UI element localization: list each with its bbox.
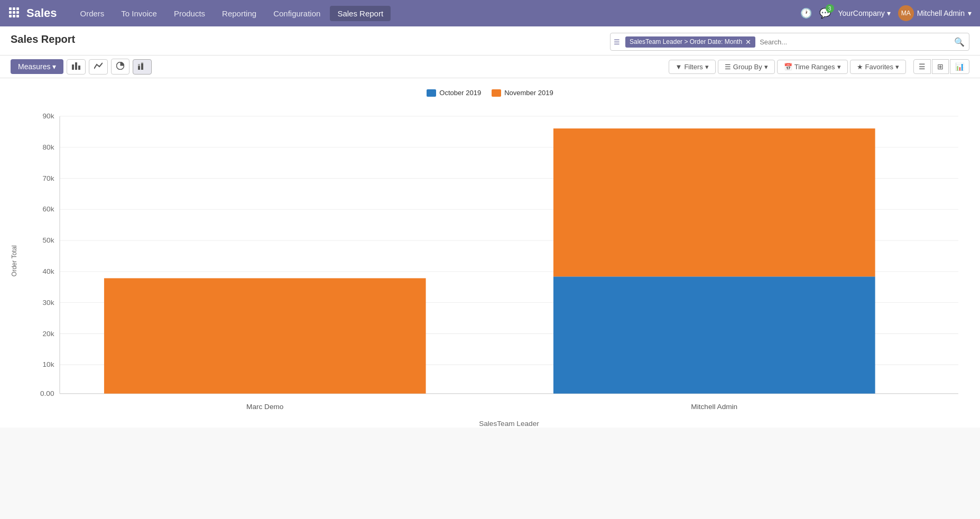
svg-rect-0 bbox=[9, 7, 12, 10]
page-header: Sales Report ☰ SalesTeam Leader > Order … bbox=[0, 26, 980, 55]
measures-button[interactable]: Measures ▾ bbox=[11, 59, 63, 74]
svg-rect-11 bbox=[78, 66, 80, 70]
svg-text:70k: 70k bbox=[43, 174, 54, 182]
grid-icon[interactable] bbox=[8, 7, 19, 20]
svg-rect-3 bbox=[9, 11, 12, 14]
svg-text:60k: 60k bbox=[43, 205, 54, 213]
view-toggle: ☰ ⊞ 📊 bbox=[913, 59, 969, 74]
svg-rect-4 bbox=[13, 11, 15, 14]
svg-rect-14 bbox=[138, 64, 140, 66]
y-axis-label: Order Total bbox=[11, 245, 26, 276]
legend-oct: October 2019 bbox=[427, 89, 481, 97]
chart-svg: 90k 80k 70k 60k 50k 40k 30k 20k 10k 0.00 bbox=[26, 105, 969, 427]
nav-configuration[interactable]: Configuration bbox=[266, 6, 328, 21]
svg-text:Mitchell Admin: Mitchell Admin bbox=[691, 403, 737, 411]
filter-tag: SalesTeam Leader > Order Date: Month ✕ bbox=[625, 36, 755, 48]
svg-text:40k: 40k bbox=[43, 267, 54, 275]
stacked-chart-button[interactable] bbox=[133, 59, 152, 75]
search-bar: ☰ SalesTeam Leader > Order Date: Month ✕… bbox=[610, 33, 969, 51]
nav-reporting[interactable]: Reporting bbox=[215, 6, 264, 21]
chart-area: October 2019 November 2019 Order Total bbox=[0, 78, 980, 428]
nav-products[interactable]: Products bbox=[167, 6, 212, 21]
filter-group: ▼ Filters ▾ ☰ Group By ▾ 📅 Time Ranges ▾… bbox=[669, 60, 906, 74]
legend-nov: November 2019 bbox=[492, 89, 553, 97]
chart-view-button[interactable]: 📊 bbox=[950, 59, 969, 74]
legend-oct-color bbox=[427, 89, 436, 97]
bar-mitchell-oct bbox=[553, 276, 875, 393]
bar-chart-button[interactable] bbox=[67, 59, 86, 75]
svg-rect-5 bbox=[16, 11, 19, 14]
toolbar-row: Measures ▾ ▼ Filters ▾ ☰ Group By ▾ 📅 Ti… bbox=[0, 55, 980, 78]
svg-rect-9 bbox=[72, 64, 74, 70]
svg-rect-13 bbox=[138, 66, 140, 70]
clock-icon[interactable]: 🕐 bbox=[800, 7, 812, 19]
svg-text:Marc Demo: Marc Demo bbox=[246, 403, 283, 411]
svg-text:80k: 80k bbox=[43, 143, 54, 151]
pie-chart-button[interactable] bbox=[111, 59, 130, 75]
chart-legend: October 2019 November 2019 bbox=[11, 89, 969, 97]
chat-badge: 3 bbox=[826, 4, 834, 13]
line-chart-button[interactable] bbox=[89, 59, 108, 75]
favorites-button[interactable]: ★ Favorites ▾ bbox=[850, 60, 906, 74]
nav-right: 🕐 💬 3 YourCompany ▾ MA Mitchell Admin ▾ bbox=[800, 5, 972, 21]
svg-rect-2 bbox=[16, 7, 19, 10]
avatar: MA bbox=[898, 5, 914, 21]
svg-rect-10 bbox=[75, 62, 77, 70]
svg-text:10k: 10k bbox=[43, 360, 54, 368]
svg-rect-7 bbox=[13, 15, 15, 17]
svg-text:20k: 20k bbox=[43, 330, 54, 338]
svg-text:50k: 50k bbox=[43, 236, 54, 244]
svg-rect-1 bbox=[13, 7, 15, 10]
timeranges-button[interactable]: 📅 Time Ranges ▾ bbox=[777, 60, 848, 74]
svg-text:30k: 30k bbox=[43, 299, 54, 307]
svg-text:90k: 90k bbox=[43, 112, 54, 120]
list-view-button[interactable]: ☰ bbox=[913, 59, 931, 74]
filters-button[interactable]: ▼ Filters ▾ bbox=[669, 60, 716, 74]
filter-tag-close[interactable]: ✕ bbox=[745, 38, 751, 46]
legend-oct-label: October 2019 bbox=[439, 89, 481, 97]
svg-rect-6 bbox=[9, 15, 12, 17]
svg-rect-8 bbox=[16, 15, 19, 17]
top-nav: Sales Orders To Invoice Products Reporti… bbox=[0, 0, 980, 26]
app-brand: Sales bbox=[26, 6, 57, 20]
nav-menu: Orders To Invoice Products Reporting Con… bbox=[73, 6, 800, 21]
groupby-button[interactable]: ☰ Group By ▾ bbox=[718, 60, 775, 74]
filter-icon: ☰ bbox=[611, 38, 623, 46]
search-submit-icon[interactable]: 🔍 bbox=[950, 37, 969, 47]
svg-rect-16 bbox=[141, 62, 143, 63]
company-selector[interactable]: YourCompany ▾ bbox=[838, 9, 891, 17]
bar-mitchell-nov bbox=[553, 128, 875, 276]
legend-nov-color bbox=[492, 89, 501, 97]
grid-view-button[interactable]: ⊞ bbox=[932, 59, 949, 74]
nav-to-invoice[interactable]: To Invoice bbox=[114, 6, 164, 21]
user-menu[interactable]: MA Mitchell Admin ▾ bbox=[898, 5, 972, 21]
nav-orders[interactable]: Orders bbox=[73, 6, 112, 21]
svg-text:0.00: 0.00 bbox=[40, 390, 54, 397]
svg-rect-15 bbox=[141, 63, 143, 70]
bar-marc-nov bbox=[104, 278, 426, 393]
page-title: Sales Report bbox=[11, 33, 75, 51]
nav-sales-report[interactable]: Sales Report bbox=[330, 6, 391, 21]
chat-button[interactable]: 💬 3 bbox=[819, 7, 831, 19]
search-input[interactable] bbox=[755, 38, 950, 46]
svg-text:SalesTeam Leader: SalesTeam Leader bbox=[479, 420, 539, 428]
legend-nov-label: November 2019 bbox=[504, 89, 553, 97]
